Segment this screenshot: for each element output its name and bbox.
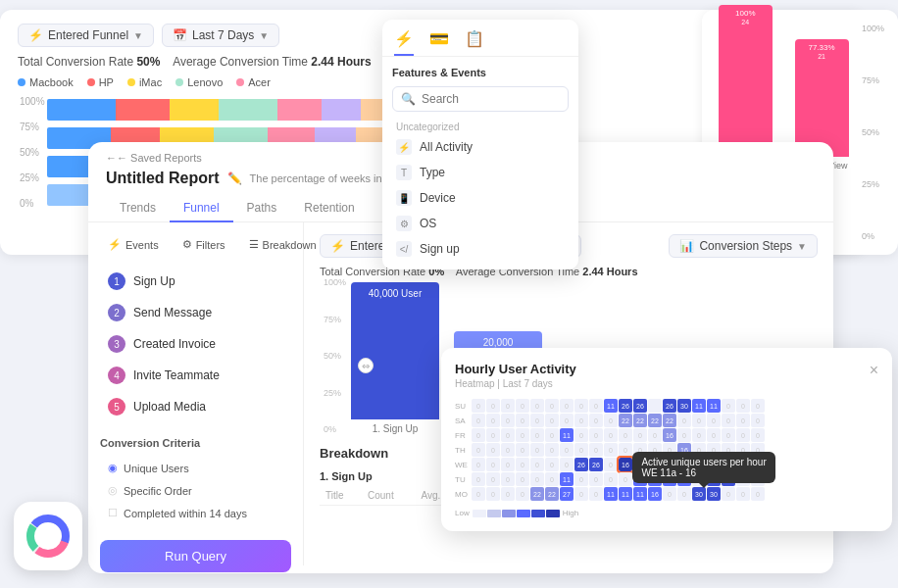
heatmap-cells: 00000000011262626301111000 0000000000222… xyxy=(472,399,878,501)
edit-icon[interactable]: ✏️ xyxy=(227,172,242,185)
calendar-icon: 📅 xyxy=(173,28,187,42)
col-count: Count xyxy=(362,486,415,506)
dropdown-search-box[interactable]: 🔍 xyxy=(392,86,569,112)
legend-bar xyxy=(473,510,560,517)
funnel-bar-1-value: 40,000 User xyxy=(369,282,422,299)
dropdown-tab-table[interactable]: 📋 xyxy=(465,29,484,56)
funnel-y-axis: 100%75%50%25%0% xyxy=(324,277,346,434)
heatmap-row-th: 000000000000001600000 xyxy=(472,443,878,457)
criteria-completed-14-days[interactable]: ☐ Completed within 14 days xyxy=(100,502,291,524)
funnel-icon: ⚡ xyxy=(28,28,43,42)
event-item-1[interactable]: 1 Sign Up xyxy=(100,267,291,296)
chevron-down-icon: ▼ xyxy=(259,30,269,41)
event-item-4[interactable]: 4 Invite Teammate xyxy=(100,361,291,390)
conversion-steps-filter[interactable]: 📊 Conversion Steps ▼ xyxy=(669,234,818,258)
col-title: Title xyxy=(320,486,362,506)
funnel-bar-2-value: 20,000 xyxy=(483,331,514,348)
legend-acer: Acer xyxy=(236,76,271,88)
tab-trends[interactable]: Trends xyxy=(106,195,170,222)
events-button[interactable]: ⚡ Events xyxy=(100,234,167,255)
dropdown-item-os[interactable]: ⚙ OS xyxy=(382,211,578,236)
logo-donut-svg xyxy=(25,513,72,560)
dropdown-item-signup[interactable]: </ Sign up xyxy=(382,236,578,262)
event-item-5[interactable]: 5 Upload Media xyxy=(100,392,291,421)
funnel-icon: ⚡ xyxy=(330,239,345,253)
entered-funnel-filter[interactable]: ⚡ Entered Funnel ▼ xyxy=(18,24,154,47)
legend-macbook: Macbook xyxy=(18,76,74,88)
search-icon: 🔍 xyxy=(401,92,416,106)
heatmap-subtitle: Heatmap | Last 7 days xyxy=(455,378,576,389)
bar-identify-label: 100%24 xyxy=(735,9,755,26)
breakdown-icon: ☰ xyxy=(249,238,259,251)
filter-icon: ⚙ xyxy=(182,238,192,251)
radio-icon: ◎ xyxy=(108,484,118,497)
event-item-3[interactable]: 3 Created Invoice xyxy=(100,329,291,359)
dropdown-search-input[interactable] xyxy=(422,92,560,106)
event-num-1: 1 xyxy=(108,272,125,290)
heatmap-body: SU SA FR TH WE TU MO 0000000001126262630… xyxy=(455,399,878,517)
type-icon: T xyxy=(396,165,412,180)
event-item-2[interactable]: 2 Send Message xyxy=(100,298,291,327)
dropdown-tab-bar: ⚡ 💳 📋 xyxy=(382,20,578,57)
bar-page-view-bar: 77.33%21 xyxy=(795,39,849,157)
tab-retention[interactable]: Retention xyxy=(290,195,368,222)
dropdown-tab-activity[interactable]: ⚡ xyxy=(394,29,414,56)
legend-low-label: Low xyxy=(455,509,470,517)
dropdown-tab-card[interactable]: 💳 xyxy=(429,29,449,56)
back-arrow-icon: ← xyxy=(106,152,117,164)
criteria-specific-order[interactable]: ◎ Specific Order xyxy=(100,479,291,502)
heatmap-row-we: 000000026260161616162300000 xyxy=(472,458,878,471)
resize-icon: ⇔ xyxy=(362,361,370,371)
date-filter[interactable]: 📅 Last 7 Days ▼ xyxy=(162,24,279,47)
heatmap-close-button[interactable]: × xyxy=(870,362,878,379)
chevron-down-icon: ▼ xyxy=(133,30,143,41)
chevron-down-icon: ▼ xyxy=(797,241,807,252)
radio-icon: ◉ xyxy=(108,462,118,474)
device-icon: 📱 xyxy=(396,190,412,206)
legend-hp: HP xyxy=(87,76,114,88)
heatmap-grid: SU SA FR TH WE TU MO 0000000001126262630… xyxy=(455,399,878,501)
dropdown-category-label: Uncategorized xyxy=(382,118,578,134)
os-icon: ⚙ xyxy=(396,216,412,231)
legend-imac: iMac xyxy=(127,76,162,88)
legend-high-label: High xyxy=(563,509,578,517)
panel-toolbar: ⚡ Events ⚙ Filters ☰ Breakdown xyxy=(100,234,291,255)
heatmap-header: Hourly User Activity Heatmap | Last 7 da… xyxy=(455,362,878,399)
resize-handle[interactable]: ⇔ xyxy=(358,358,374,373)
event-num-2: 2 xyxy=(108,304,125,321)
heatmap-row-fr: 0000001100000016000000 xyxy=(472,428,878,442)
filters-button[interactable]: ⚙ Filters xyxy=(175,234,233,255)
tab-funnel[interactable]: Funnel xyxy=(170,195,233,222)
criteria-list: ◉ Unique Users ◎ Specific Order ☐ Comple… xyxy=(100,457,291,524)
dropdown-item-type[interactable]: T Type xyxy=(382,160,578,185)
dropdown-item-device[interactable]: 📱 Device xyxy=(382,185,578,211)
bar-page-label: 77.33%21 xyxy=(808,43,834,61)
heatmap-row-su: 00000000011262626301111000 xyxy=(472,399,878,413)
features-events-dropdown: ⚡ 💳 📋 Features & Events 🔍 Uncategorized … xyxy=(382,20,578,270)
heatmap-title: Hourly User Activity xyxy=(455,362,576,376)
heatmap-popup: Hourly User Activity Heatmap | Last 7 da… xyxy=(441,348,892,531)
bar-identify-user-bar: 100%24 xyxy=(719,5,773,157)
signup-icon: </ xyxy=(396,241,412,257)
steps-icon: 📊 xyxy=(679,239,694,253)
report-title: Untitled Report xyxy=(106,170,220,187)
event-num-5: 5 xyxy=(108,398,125,416)
dropdown-item-all-activity[interactable]: ⚡ All Activity xyxy=(382,134,578,160)
event-num-3: 3 xyxy=(108,335,125,353)
heatmap-row-mo: 00002222270011111116003030000 xyxy=(472,487,878,501)
criteria-unique-users[interactable]: ◉ Unique Users xyxy=(100,457,291,479)
features-events-title: Features & Events xyxy=(382,63,578,80)
funnel-bar-1-name: 1. Sign Up xyxy=(373,423,419,434)
event-list: 1 Sign Up 2 Send Message 3 Created Invoi… xyxy=(100,267,291,421)
svg-point-4 xyxy=(38,526,58,546)
check-icon: ☐ xyxy=(108,507,118,519)
conversion-criteria-title: Conversion Criteria xyxy=(100,437,291,449)
y-axis-labels: 100%75%50%25%0% xyxy=(20,96,45,209)
heatmap-row-labels: SU SA FR TH WE TU MO xyxy=(455,399,468,501)
heatmap-legend: Low High xyxy=(455,509,878,517)
left-panel: ⚡ Events ⚙ Filters ☰ Breakdown 1 Sign Up xyxy=(88,222,304,565)
events-icon: ⚡ xyxy=(108,238,122,251)
tab-paths[interactable]: Paths xyxy=(233,195,291,222)
run-query-button[interactable]: Run Query xyxy=(100,540,291,572)
heatmap-row-tu: 000000110000111111110303000 xyxy=(472,472,878,486)
